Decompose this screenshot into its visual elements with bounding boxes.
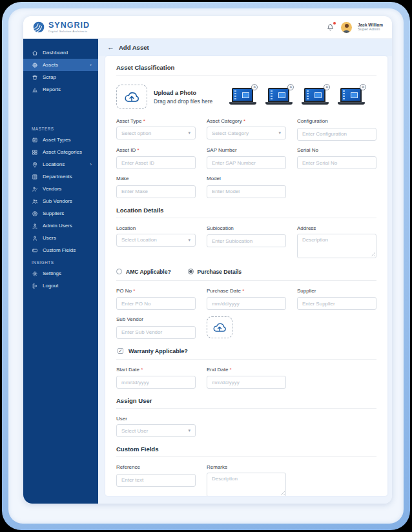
asset-photo-1: × [228, 84, 258, 110]
asset-type-select[interactable]: Select option▾ [116, 127, 196, 139]
laptop-image [268, 88, 289, 102]
asset-types-icon [32, 137, 38, 143]
upload-subtitle: Drag and drop files here [154, 98, 212, 105]
admin-users-icon [32, 223, 38, 229]
sidebar-section-insights: INSIGHTS [23, 260, 98, 265]
brand-tagline: Digital Solution Architects [48, 30, 90, 33]
users-icon [32, 235, 38, 241]
model-input[interactable] [207, 185, 286, 198]
field-make: Make [116, 176, 196, 198]
sidebar-item-settings[interactable]: Settings [23, 267, 98, 280]
field-serial-no: Serial No [297, 147, 376, 170]
upload-title: Upload a Photo [154, 90, 212, 96]
make-input[interactable] [116, 185, 196, 198]
sidebar-item-reports[interactable]: Reports [23, 83, 98, 96]
sidebar-item-asset-types[interactable]: Asset Types [23, 134, 98, 146]
field-supplier: Supplier [297, 288, 376, 311]
required-asterisk: * [132, 288, 135, 294]
sidebar-item-departments[interactable]: Departments [23, 170, 98, 183]
sidebar-item-assets[interactable]: Assets› [23, 59, 98, 71]
field-po-no: PO No * [116, 288, 196, 311]
asset-photo-2: × [264, 84, 294, 110]
laptop-base [265, 102, 293, 105]
remove-photo-icon[interactable]: × [251, 84, 258, 90]
amc-applicable-radio[interactable]: AMC Applicable? [116, 269, 171, 275]
sidebar-item-asset-categories[interactable]: Asset Categories [23, 146, 98, 158]
sidebar-item-label: Asset Types [43, 137, 70, 143]
field-address: Address [297, 225, 376, 258]
sidebar-item-label: Asset Categories [43, 149, 82, 155]
chevron-down-icon: ▾ [188, 130, 191, 136]
purchase-date-input[interactable] [207, 297, 286, 310]
required-asterisk: * [241, 288, 244, 294]
sidebar-item-logout[interactable]: Logout [23, 280, 98, 292]
uploaded-photos: ×××× [228, 84, 366, 110]
location-select[interactable]: Select Location▾ [116, 234, 196, 247]
page-title: Add Asset [119, 44, 149, 51]
user-select[interactable]: Select User▾ [116, 424, 196, 437]
address-textarea[interactable] [297, 234, 376, 258]
warranty-checkbox[interactable]: ✓ [118, 348, 123, 354]
divider [116, 408, 376, 409]
notifications-bell-icon[interactable] [326, 23, 335, 32]
section-title-location: Location Details [116, 207, 376, 214]
field-asset-type: Asset Type * Select option▾ [116, 118, 196, 141]
radio-circle-icon [116, 269, 122, 274]
chevron-right-icon: › [90, 161, 92, 167]
sidebar-item-dashboard[interactable]: Dashboard [23, 46, 98, 59]
start-date-input[interactable] [116, 376, 196, 389]
field-reference: Reference [116, 464, 196, 496]
sap-number-input[interactable] [207, 156, 286, 169]
chevron-down-icon: ▾ [188, 238, 191, 243]
syngrid-swirl-icon [32, 21, 45, 34]
sidebar-item-users[interactable]: Users [23, 232, 98, 244]
invoice-upload-dropzone[interactable] [207, 316, 232, 338]
required-asterisk: * [141, 118, 145, 124]
sidebar-item-vendors[interactable]: Vendors [23, 183, 98, 195]
brand-logo: SYNGRID Digital Solution Architects [32, 21, 90, 34]
asset-id-input[interactable] [116, 156, 196, 169]
notification-badge [333, 22, 336, 25]
laptop-base [338, 102, 365, 105]
sidebar-item-locations[interactable]: Locations› [23, 158, 98, 170]
user-avatar[interactable] [341, 22, 352, 33]
custom-fields-icon [32, 247, 38, 254]
back-arrow-icon[interactable]: ← [107, 44, 114, 51]
purchase-details-radio[interactable]: Purchase Details [188, 269, 242, 275]
po-no-input[interactable] [116, 297, 196, 310]
remove-photo-icon[interactable]: × [360, 84, 366, 90]
laptop-image [340, 88, 362, 102]
field-remarks: Remarks [207, 464, 286, 496]
sidebar-item-custom-fields[interactable]: Custom Fields [23, 244, 98, 256]
asset-category-select[interactable]: Select Category▾ [207, 127, 286, 139]
sidebar-item-label: Dashboard [43, 50, 68, 56]
required-asterisk: * [242, 118, 245, 124]
configuration-input[interactable] [297, 128, 376, 141]
serial-no-input[interactable] [297, 156, 376, 169]
locations-icon [32, 161, 38, 168]
divider [116, 75, 376, 76]
reference-input[interactable] [116, 474, 196, 487]
sub-vendors-icon [32, 198, 38, 205]
sidebar-section-masters: MASTERS [23, 127, 98, 131]
sidebar-item-label: Reports [43, 87, 61, 92]
reports-icon [32, 87, 38, 93]
sidebar-item-sub-vendors[interactable]: Sub Vendors [23, 195, 98, 207]
remove-photo-icon[interactable]: × [287, 84, 294, 90]
sublocation-input[interactable] [207, 234, 286, 247]
sidebar-item-label: Logout [43, 283, 58, 289]
field-location: Location Select Location▾ [116, 225, 196, 258]
sidebar-item-scrap[interactable]: Scrap [23, 71, 98, 83]
asset-categories-icon [32, 149, 38, 156]
sub-vendor-input[interactable] [116, 326, 196, 339]
sidebar-item-suppliers[interactable]: Suppliers [23, 207, 98, 220]
sidebar-item-admin-users[interactable]: Admin Users [23, 220, 98, 232]
supplier-input[interactable] [297, 297, 376, 310]
end-date-input[interactable] [207, 376, 286, 389]
remarks-textarea[interactable] [207, 473, 286, 496]
remove-photo-icon[interactable]: × [324, 84, 330, 90]
divider [116, 359, 376, 360]
asset-photo-3: × [300, 84, 330, 110]
required-asterisk: * [228, 367, 231, 373]
photo-upload-dropzone[interactable] [116, 85, 147, 109]
